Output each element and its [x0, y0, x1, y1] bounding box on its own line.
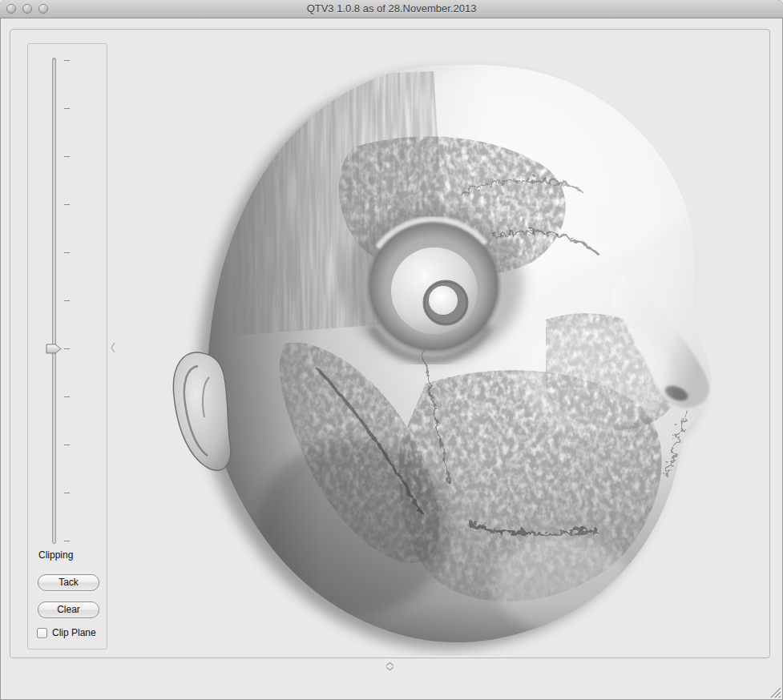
clip-plane-checkbox[interactable] [37, 628, 47, 638]
ear [173, 352, 230, 470]
window-title: QTV3 1.0.8 as of 28.November.2013 [0, 0, 783, 18]
volume-render-viewport[interactable] [113, 31, 766, 656]
titlebar[interactable]: QTV3 1.0.8 as of 28.November.2013 [0, 0, 783, 18]
eye-lens [429, 286, 458, 315]
clip-plane-row: Clip Plane [37, 627, 96, 638]
slider-tick [64, 445, 70, 445]
slider-tick [64, 348, 70, 349]
slider-tick [64, 60, 70, 61]
slider-tick [64, 493, 70, 493]
bottom-splitter-handle[interactable] [385, 662, 395, 671]
slider-tick [64, 396, 70, 397]
slider-tick [64, 541, 70, 541]
resize-grip[interactable] [768, 685, 781, 698]
clipping-control-group: Clipping Tack Clear Clip Plane [27, 43, 107, 650]
slider-tick [64, 156, 70, 157]
clip-slider[interactable] [52, 58, 56, 544]
slider-tick [64, 300, 70, 301]
tack-button[interactable]: Tack [38, 574, 99, 591]
clip-plane-label: Clip Plane [52, 627, 96, 638]
slider-tick [64, 204, 70, 205]
slider-tick [64, 108, 70, 109]
clear-button[interactable]: Clear [38, 601, 99, 618]
slider-tick [64, 252, 70, 253]
clip-slider-ticks [64, 60, 71, 541]
app-window: QTV3 1.0.8 as of 28.November.2013 Clippi… [0, 0, 783, 700]
clipping-section-label: Clipping [38, 549, 73, 561]
clip-slider-handle[interactable] [46, 343, 62, 355]
main-panel: Clipping Tack Clear Clip Plane [10, 29, 770, 658]
